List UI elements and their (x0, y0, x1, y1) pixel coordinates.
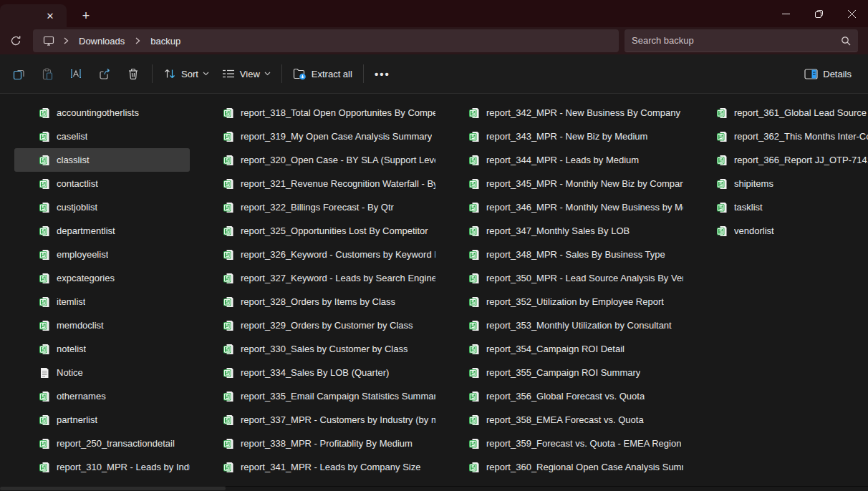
spreadsheet-file-icon (39, 462, 50, 473)
file-item[interactable]: report_358_EMEA Forecast vs. Quota (444, 408, 683, 432)
spreadsheet-file-icon (223, 367, 234, 379)
file-item[interactable]: report_352_Utilization by Employee Repor… (444, 290, 683, 313)
details-button[interactable]: Details (798, 61, 858, 87)
spreadsheet-file-icon (468, 131, 480, 142)
file-item[interactable]: report_348_MPR - Sales By Business Type (444, 243, 683, 266)
breadcrumb-downloads[interactable]: Downloads (73, 33, 130, 49)
file-item[interactable]: report_334_Sales By LOB (Quarter) (198, 361, 435, 384)
paste-button[interactable] (33, 61, 62, 87)
file-item[interactable]: report_354_Campaign ROI Detail (444, 337, 683, 361)
file-item[interactable]: report_346_MPR - Monthly New Business by… (444, 195, 683, 219)
tab-close-icon[interactable]: ✕ (41, 7, 59, 24)
file-item[interactable]: report_327_Keyword - Leads by Search Eng… (198, 266, 435, 290)
file-item[interactable]: report_318_Total Open Opportunites By Co… (198, 101, 435, 125)
file-item[interactable]: report_350_MPR - Lead Source Analysis By… (444, 266, 683, 290)
file-item[interactable]: employeelist (14, 243, 190, 266)
file-list[interactable]: accountingotherlists caselist (0, 94, 868, 485)
file-name: report_342_MPR - New Business By Company… (486, 107, 683, 118)
file-item[interactable]: report_329_Orders by Customer by Class (198, 313, 435, 337)
file-name: report_325_Opportunities Lost By Competi… (241, 225, 428, 236)
file-item[interactable]: report_361_Global Lead Source Analysis (692, 101, 868, 125)
spreadsheet-file-icon (39, 344, 50, 355)
copy-button[interactable] (4, 61, 33, 87)
file-item[interactable]: accountingotherlists (14, 101, 190, 125)
this-pc-icon[interactable] (39, 31, 59, 50)
spreadsheet-file-icon (39, 249, 50, 261)
file-item[interactable]: notelist (14, 337, 190, 361)
delete-button[interactable] (119, 61, 148, 87)
file-item[interactable]: report_319_My Open Case Analysis Summary (198, 125, 435, 148)
file-item[interactable]: memdoclist (14, 313, 190, 337)
spreadsheet-file-icon (716, 155, 728, 166)
horizontal-scrollbar[interactable] (0, 485, 868, 491)
file-item[interactable]: report_338_MPR - Profitablity By Medium (198, 432, 435, 455)
file-item[interactable]: custjoblist (14, 195, 190, 219)
file-item[interactable]: report_335_Email Campaign Statistics Sum… (198, 384, 435, 408)
file-item[interactable]: report_330_Sales by Customer by Class (198, 337, 435, 361)
file-item[interactable]: report_353_Monthly Utilization by Consul… (444, 313, 683, 337)
file-item[interactable]: othernames (14, 384, 190, 408)
file-item[interactable]: report_345_MPR - Monthly New Biz by Comp… (444, 172, 683, 195)
file-item[interactable]: partnerlist (14, 408, 190, 432)
file-item[interactable]: tasklist (692, 195, 868, 219)
search-box[interactable] (625, 29, 858, 52)
file-item[interactable]: report_341_MPR - Leads by Company Size (198, 455, 435, 479)
details-icon (804, 69, 818, 79)
file-item[interactable]: report_325_Opportunities Lost By Competi… (198, 219, 435, 243)
file-column: report_318_Total Open Opportunites By Co… (198, 101, 444, 479)
breadcrumb-backup[interactable]: backup (145, 33, 186, 49)
file-item[interactable]: report_360_Regional Open Case Analysis S… (444, 455, 683, 479)
file-item[interactable]: report_320_Open Case - BY SLA (Support L… (198, 148, 435, 172)
search-input[interactable] (632, 35, 841, 46)
file-item[interactable]: vendorlist (692, 219, 868, 243)
spreadsheet-file-icon (223, 414, 234, 426)
view-button[interactable]: View (216, 61, 277, 87)
minimize-button[interactable] (769, 0, 802, 27)
sort-button[interactable]: Sort (157, 61, 216, 87)
file-item[interactable]: report_326_Keyword - Customers by Keywor… (198, 243, 435, 266)
file-name: notelist (57, 344, 86, 354)
file-item[interactable]: classlist (14, 148, 190, 172)
more-options-button[interactable]: ••• (368, 61, 397, 87)
file-item[interactable]: report_356_Global Forecast vs. Quota (444, 384, 683, 408)
breadcrumb-chevron-icon (62, 37, 70, 44)
restore-button[interactable] (802, 0, 835, 27)
file-item[interactable]: report_362_This Months Inter-Company (692, 125, 868, 148)
file-item[interactable]: report_337_MPR - Customers by Industry (… (198, 408, 435, 432)
file-item[interactable]: report_347_Monthly Sales By LOB (444, 219, 683, 243)
file-item[interactable]: report_328_Orders by Items by Class (198, 290, 435, 313)
file-item[interactable]: report_250_transactiondetail (14, 432, 190, 455)
file-item[interactable]: expcategories (14, 266, 190, 290)
share-button[interactable] (90, 61, 119, 87)
file-item[interactable]: report_322_Billings Forecast - By Qtr (198, 195, 435, 219)
rename-button[interactable] (62, 61, 90, 87)
file-item[interactable]: report_343_MPR - New Biz by Medium (444, 125, 683, 148)
file-item[interactable]: report_359_Forecast vs. Quota - EMEA Reg… (444, 432, 683, 455)
scrollbar-thumb[interactable] (0, 487, 226, 490)
extract-all-button[interactable]: Extract all (286, 61, 359, 87)
file-name: report_362_This Months Inter-Company (734, 131, 868, 142)
file-item[interactable]: itemlist (14, 290, 190, 313)
spreadsheet-file-icon (468, 391, 480, 402)
file-item[interactable]: report_366_Report JJ_OTP-7141 (692, 148, 868, 172)
spreadsheet-file-icon (468, 344, 480, 355)
file-item[interactable]: caselist (14, 125, 190, 148)
file-name: report_341_MPR - Leads by Company Size (241, 462, 420, 472)
file-item[interactable]: contactlist (14, 172, 190, 195)
file-item[interactable]: shipitems (692, 172, 868, 195)
search-icon[interactable] (841, 36, 851, 46)
file-name: report_350_MPR - Lead Source Analysis By… (486, 273, 683, 283)
explorer-tab[interactable]: ✕ (0, 4, 67, 27)
file-item[interactable]: report_310_MPR - Leads by Industry (14, 455, 190, 479)
address-bar[interactable]: Downloads backup (33, 29, 619, 52)
refresh-button[interactable] (4, 29, 27, 52)
file-item[interactable]: departmentlist (14, 219, 190, 243)
file-item[interactable]: report_355_Campaign ROI Summary (444, 361, 683, 384)
file-column: accountingotherlists caselist (14, 101, 198, 479)
file-item[interactable]: report_344_MPR - Leads by Medium (444, 148, 683, 172)
file-item[interactable]: report_321_Revenue Recognition Waterfall… (198, 172, 435, 195)
close-button[interactable] (835, 0, 868, 27)
new-tab-button[interactable]: + (75, 6, 97, 26)
file-item[interactable]: Notice (14, 361, 190, 384)
file-item[interactable]: report_342_MPR - New Business By Company… (444, 101, 683, 125)
